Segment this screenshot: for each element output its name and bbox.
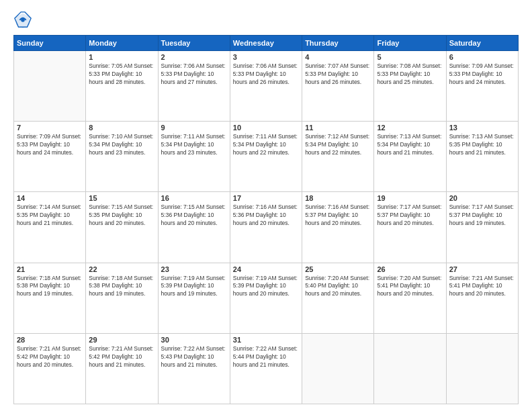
day-info: Sunrise: 7:12 AM Sunset: 5:34 PM Dayligh… — [305, 133, 371, 157]
day-number: 28 — [17, 336, 83, 344]
day-info: Sunrise: 7:13 AM Sunset: 5:34 PM Dayligh… — [377, 133, 443, 157]
day-info: Sunrise: 7:07 AM Sunset: 5:33 PM Dayligh… — [305, 62, 371, 87]
calendar-cell: 11Sunrise: 7:12 AM Sunset: 5:34 PM Dayli… — [302, 122, 374, 192]
day-number: 15 — [89, 194, 154, 202]
day-header-saturday: Saturday — [446, 36, 518, 51]
day-info: Sunrise: 7:16 AM Sunset: 5:37 PM Dayligh… — [305, 203, 371, 228]
calendar-cell: 14Sunrise: 7:14 AM Sunset: 5:35 PM Dayli… — [14, 192, 86, 263]
day-headers-row: SundayMondayTuesdayWednesdayThursdayFrid… — [14, 36, 519, 51]
day-header-tuesday: Tuesday — [158, 36, 230, 51]
day-info: Sunrise: 7:18 AM Sunset: 5:38 PM Dayligh… — [17, 275, 83, 299]
logo-icon — [13, 11, 32, 30]
day-header-friday: Friday — [374, 36, 446, 51]
calendar-cell: 20Sunrise: 7:17 AM Sunset: 5:37 PM Dayli… — [446, 192, 518, 263]
day-info: Sunrise: 7:10 AM Sunset: 5:34 PM Dayligh… — [89, 133, 154, 157]
calendar-cell: 13Sunrise: 7:13 AM Sunset: 5:35 PM Dayli… — [446, 122, 518, 192]
day-number: 24 — [233, 265, 299, 273]
calendar-cell: 30Sunrise: 7:22 AM Sunset: 5:43 PM Dayli… — [158, 333, 230, 404]
calendar-cell: 26Sunrise: 7:20 AM Sunset: 5:41 PM Dayli… — [374, 263, 446, 333]
day-info: Sunrise: 7:19 AM Sunset: 5:39 PM Dayligh… — [233, 275, 299, 299]
calendar-cell: 9Sunrise: 7:11 AM Sunset: 5:34 PM Daylig… — [158, 122, 230, 192]
week-row-3: 21Sunrise: 7:18 AM Sunset: 5:38 PM Dayli… — [14, 263, 519, 333]
day-number: 12 — [377, 124, 443, 132]
day-info: Sunrise: 7:17 AM Sunset: 5:37 PM Dayligh… — [377, 203, 443, 228]
day-number: 21 — [17, 265, 83, 273]
day-header-sunday: Sunday — [14, 36, 86, 51]
day-info: Sunrise: 7:20 AM Sunset: 5:40 PM Dayligh… — [305, 275, 371, 299]
day-info: Sunrise: 7:13 AM Sunset: 5:35 PM Dayligh… — [449, 133, 515, 157]
week-row-2: 14Sunrise: 7:14 AM Sunset: 5:35 PM Dayli… — [14, 192, 519, 263]
day-info: Sunrise: 7:21 AM Sunset: 5:42 PM Dayligh… — [17, 345, 83, 369]
day-number: 27 — [449, 265, 515, 273]
calendar-cell — [446, 333, 518, 404]
day-number: 17 — [233, 194, 299, 202]
day-info: Sunrise: 7:21 AM Sunset: 5:42 PM Dayligh… — [89, 345, 154, 369]
day-number: 20 — [449, 194, 515, 202]
calendar-cell: 18Sunrise: 7:16 AM Sunset: 5:37 PM Dayli… — [302, 192, 374, 263]
week-row-1: 7Sunrise: 7:09 AM Sunset: 5:33 PM Daylig… — [14, 122, 519, 192]
day-number: 18 — [305, 194, 371, 202]
calendar-cell: 6Sunrise: 7:09 AM Sunset: 5:33 PM Daylig… — [446, 51, 518, 122]
day-number: 6 — [449, 53, 515, 61]
calendar-cell: 1Sunrise: 7:05 AM Sunset: 5:33 PM Daylig… — [86, 51, 158, 122]
day-info: Sunrise: 7:06 AM Sunset: 5:33 PM Dayligh… — [233, 62, 299, 87]
day-info: Sunrise: 7:15 AM Sunset: 5:35 PM Dayligh… — [89, 203, 154, 228]
day-info: Sunrise: 7:22 AM Sunset: 5:44 PM Dayligh… — [233, 345, 299, 369]
calendar-cell: 24Sunrise: 7:19 AM Sunset: 5:39 PM Dayli… — [230, 263, 302, 333]
day-info: Sunrise: 7:11 AM Sunset: 5:34 PM Dayligh… — [161, 133, 227, 157]
calendar-cell: 22Sunrise: 7:18 AM Sunset: 5:38 PM Dayli… — [86, 263, 158, 333]
day-header-wednesday: Wednesday — [230, 36, 302, 51]
day-info: Sunrise: 7:18 AM Sunset: 5:38 PM Dayligh… — [89, 275, 154, 299]
calendar-cell: 31Sunrise: 7:22 AM Sunset: 5:44 PM Dayli… — [230, 333, 302, 404]
header — [13, 11, 519, 30]
calendar-cell: 8Sunrise: 7:10 AM Sunset: 5:34 PM Daylig… — [86, 122, 158, 192]
day-number: 31 — [233, 336, 299, 344]
day-number: 5 — [377, 53, 443, 61]
calendar-cell: 27Sunrise: 7:21 AM Sunset: 5:41 PM Dayli… — [446, 263, 518, 333]
day-info: Sunrise: 7:17 AM Sunset: 5:37 PM Dayligh… — [449, 203, 515, 228]
calendar-cell: 12Sunrise: 7:13 AM Sunset: 5:34 PM Dayli… — [374, 122, 446, 192]
calendar-cell — [374, 333, 446, 404]
day-info: Sunrise: 7:20 AM Sunset: 5:41 PM Dayligh… — [377, 275, 443, 299]
day-info: Sunrise: 7:09 AM Sunset: 5:33 PM Dayligh… — [17, 133, 83, 157]
calendar-cell: 5Sunrise: 7:08 AM Sunset: 5:33 PM Daylig… — [374, 51, 446, 122]
week-row-4: 28Sunrise: 7:21 AM Sunset: 5:42 PM Dayli… — [14, 333, 519, 404]
calendar-header: SundayMondayTuesdayWednesdayThursdayFrid… — [14, 36, 519, 51]
day-number: 7 — [17, 124, 83, 132]
calendar-cell: 23Sunrise: 7:19 AM Sunset: 5:39 PM Dayli… — [158, 263, 230, 333]
svg-point-2 — [21, 18, 25, 22]
day-info: Sunrise: 7:19 AM Sunset: 5:39 PM Dayligh… — [161, 275, 227, 299]
calendar-table: SundayMondayTuesdayWednesdayThursdayFrid… — [13, 35, 519, 404]
day-header-thursday: Thursday — [302, 36, 374, 51]
day-info: Sunrise: 7:11 AM Sunset: 5:34 PM Dayligh… — [233, 133, 299, 157]
calendar-cell: 10Sunrise: 7:11 AM Sunset: 5:34 PM Dayli… — [230, 122, 302, 192]
logo — [13, 11, 35, 30]
day-number: 9 — [161, 124, 227, 132]
day-number: 22 — [89, 265, 154, 273]
day-info: Sunrise: 7:15 AM Sunset: 5:36 PM Dayligh… — [161, 203, 227, 228]
week-row-0: 1Sunrise: 7:05 AM Sunset: 5:33 PM Daylig… — [14, 51, 519, 122]
calendar-cell: 16Sunrise: 7:15 AM Sunset: 5:36 PM Dayli… — [158, 192, 230, 263]
day-info: Sunrise: 7:09 AM Sunset: 5:33 PM Dayligh… — [449, 62, 515, 87]
calendar-cell: 21Sunrise: 7:18 AM Sunset: 5:38 PM Dayli… — [14, 263, 86, 333]
day-number: 8 — [89, 124, 154, 132]
calendar-cell: 3Sunrise: 7:06 AM Sunset: 5:33 PM Daylig… — [230, 51, 302, 122]
day-number: 25 — [305, 265, 371, 273]
calendar-cell: 4Sunrise: 7:07 AM Sunset: 5:33 PM Daylig… — [302, 51, 374, 122]
day-number: 1 — [89, 53, 154, 61]
day-number: 23 — [161, 265, 227, 273]
day-number: 29 — [89, 336, 154, 344]
day-info: Sunrise: 7:14 AM Sunset: 5:35 PM Dayligh… — [17, 203, 83, 228]
day-number: 3 — [233, 53, 299, 61]
day-info: Sunrise: 7:21 AM Sunset: 5:41 PM Dayligh… — [449, 275, 515, 299]
calendar-cell: 25Sunrise: 7:20 AM Sunset: 5:40 PM Dayli… — [302, 263, 374, 333]
day-number: 13 — [449, 124, 515, 132]
day-info: Sunrise: 7:06 AM Sunset: 5:33 PM Dayligh… — [161, 62, 227, 87]
calendar-cell — [14, 51, 86, 122]
day-number: 4 — [305, 53, 371, 61]
day-info: Sunrise: 7:22 AM Sunset: 5:43 PM Dayligh… — [161, 345, 227, 369]
calendar-cell: 19Sunrise: 7:17 AM Sunset: 5:37 PM Dayli… — [374, 192, 446, 263]
calendar-body: 1Sunrise: 7:05 AM Sunset: 5:33 PM Daylig… — [14, 51, 519, 404]
day-number: 19 — [377, 194, 443, 202]
day-info: Sunrise: 7:05 AM Sunset: 5:33 PM Dayligh… — [89, 62, 154, 87]
